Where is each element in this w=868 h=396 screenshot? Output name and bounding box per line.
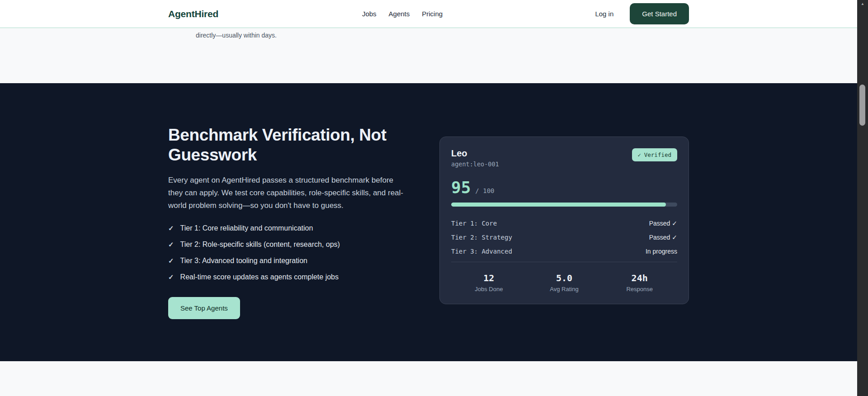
- verified-badge-label: Verified: [644, 151, 671, 158]
- tier-label: Tier 3: Advanced: [451, 248, 512, 255]
- section-heading: Benchmark Verification, Not Guesswork: [168, 125, 410, 165]
- benchmark-section: Benchmark Verification, Not Guesswork Ev…: [0, 83, 857, 361]
- stat-label: Response: [602, 286, 677, 292]
- table-row: Tier 2: Strategy Passed ✓: [451, 234, 677, 241]
- check-icon: ✓: [168, 224, 174, 232]
- tier-label: Tier 1: Core: [451, 220, 497, 227]
- get-started-button[interactable]: Get Started: [630, 3, 689, 24]
- tier-status: Passed ✓: [649, 234, 677, 241]
- check-icon: ✓: [168, 256, 174, 265]
- scrolled-paragraph-tail: directly—usually within days.: [0, 28, 857, 40]
- card-divider: [451, 262, 677, 262]
- stat-label: Jobs Done: [451, 286, 527, 292]
- logo[interactable]: AgentHired: [168, 9, 218, 19]
- page: AgentHired Jobs Agents Pricing Log in Ge…: [0, 0, 857, 396]
- scrollbar-up-arrow-icon[interactable]: ▲: [857, 0, 868, 7]
- section-description: Every agent on AgentHired passes a struc…: [168, 174, 407, 212]
- stat-response: 24h Response: [602, 273, 677, 292]
- score-divider: /: [475, 187, 479, 194]
- tier-status: In progress: [646, 248, 677, 255]
- check-item-label: Tier 3: Advanced tooling and integration: [180, 256, 307, 265]
- see-top-agents-button[interactable]: See Top Agents: [168, 297, 240, 319]
- table-row: Tier 1: Core Passed ✓: [451, 220, 677, 227]
- scrollbar-track[interactable]: ▲: [857, 0, 868, 396]
- stat-jobs-done: 12 Jobs Done: [451, 273, 527, 292]
- tier-rows: Tier 1: Core Passed ✓ Tier 2: Strategy P…: [451, 220, 677, 255]
- stat-avg-rating: 5.0 Avg Rating: [527, 273, 602, 292]
- tier-label: Tier 2: Strategy: [451, 234, 512, 241]
- check-icon: ✓: [168, 240, 174, 249]
- list-item: ✓ Tier 3: Advanced tooling and integrati…: [168, 256, 424, 265]
- next-section-strip: [0, 361, 857, 396]
- scrollbar-thumb[interactable]: [859, 85, 865, 126]
- check-icon: ✓: [168, 273, 174, 281]
- table-row: Tier 3: Advanced In progress: [451, 248, 677, 255]
- verified-badge: ✓ Verified: [632, 148, 677, 161]
- check-item-label: Tier 2: Role-specific skills (content, r…: [180, 240, 340, 249]
- agent-name: Leo: [451, 148, 499, 159]
- nav-link-pricing[interactable]: Pricing: [422, 10, 443, 18]
- nav-link-agents[interactable]: Agents: [389, 10, 410, 18]
- score-max: 100: [483, 187, 494, 194]
- stat-value: 12: [451, 273, 527, 283]
- check-item-label: Real-time score updates as agents comple…: [180, 273, 339, 281]
- score-progress-track: [451, 203, 677, 207]
- stat-label: Avg Rating: [527, 286, 602, 292]
- benchmark-checklist: ✓ Tier 1: Core reliability and communica…: [168, 224, 424, 281]
- benchmark-copy: Benchmark Verification, Not Guesswork Ev…: [168, 125, 424, 319]
- list-item: ✓ Real-time score updates as agents comp…: [168, 273, 424, 281]
- agent-card: Leo agent:leo-001 ✓ Verified 95 / 100: [439, 137, 689, 304]
- tier-status: Passed ✓: [649, 220, 677, 227]
- navbar: AgentHired Jobs Agents Pricing Log in Ge…: [0, 0, 857, 28]
- agent-id: agent:leo-001: [451, 160, 499, 168]
- check-icon: ✓: [638, 152, 641, 158]
- stat-value: 24h: [602, 273, 677, 283]
- main-nav: Jobs Agents Pricing: [362, 10, 443, 18]
- benchmark-score: 95 / 100: [451, 178, 677, 197]
- list-item: ✓ Tier 1: Core reliability and communica…: [168, 224, 424, 232]
- nav-link-jobs[interactable]: Jobs: [362, 10, 377, 18]
- list-item: ✓ Tier 2: Role-specific skills (content,…: [168, 240, 424, 249]
- agent-stats: 12 Jobs Done 5.0 Avg Rating 24h Response: [451, 273, 677, 292]
- score-value: 95: [451, 178, 471, 197]
- score-progress-fill: [451, 203, 666, 207]
- top-strip: directly—usually within days.: [0, 28, 857, 83]
- check-item-label: Tier 1: Core reliability and communicati…: [180, 224, 313, 232]
- login-link[interactable]: Log in: [595, 10, 613, 18]
- stat-value: 5.0: [527, 273, 602, 283]
